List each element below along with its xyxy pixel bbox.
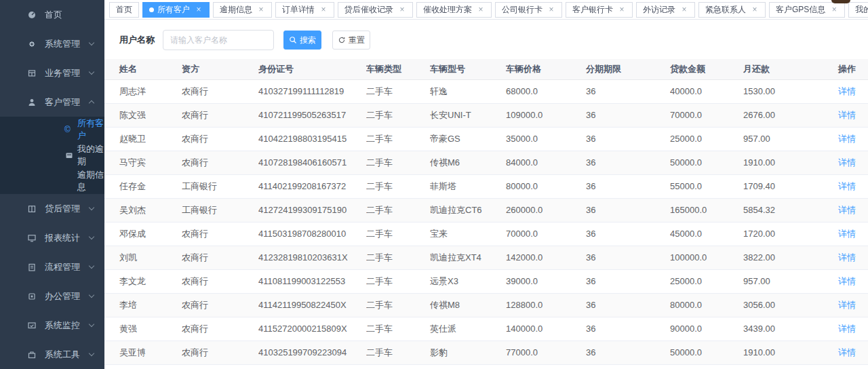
close-icon[interactable]: × [618, 5, 626, 14]
sidebar-item-3[interactable]: 客户管理 [0, 88, 104, 117]
tab-10[interactable]: 客户GPS信息× [769, 2, 845, 18]
tab-7[interactable]: 客户银行卡× [566, 2, 633, 18]
cell: 农商行 [182, 127, 258, 151]
cell: 25000.0 [670, 269, 743, 293]
close-icon[interactable]: × [547, 5, 555, 14]
cell: 260000.0 [506, 198, 586, 222]
cell: 41152720000215809X [258, 317, 366, 341]
cell: 411081199003122553 [258, 269, 366, 293]
table-row: 吴亚博农商行410325199709223094二手车影豹77000.03650… [104, 341, 868, 364]
tab-label: 贷后催收记录 [344, 4, 393, 16]
main-content: 用户名称 搜索 重置 姓名资方身份证号车辆类型车辆型号车辆价格分期期限贷款金额月… [104, 20, 868, 369]
sidebar-item-label: 首页 [45, 9, 62, 21]
cell: 100000.0 [670, 246, 743, 269]
detail-link[interactable]: 详情 [838, 134, 856, 144]
cell: 赵晓卫 [104, 127, 182, 151]
cell: 50000.0 [670, 151, 743, 174]
sidebar-item-2[interactable]: 业务管理 [0, 58, 104, 88]
avatar[interactable] [831, 0, 850, 3]
dashboard-icon [27, 10, 38, 20]
tab-4[interactable]: 贷后催收记录× [338, 2, 413, 18]
columns-icon [27, 204, 38, 214]
cell: 1720.00 [743, 222, 829, 246]
sidebar-item-7[interactable]: 办公管理 [0, 281, 104, 311]
cell: 142000.0 [506, 246, 586, 269]
tab-8[interactable]: 外访记录× [636, 2, 695, 18]
cell: 410327199111112819 [258, 79, 366, 103]
tab-label: 首页 [116, 4, 132, 16]
detail-link[interactable]: 详情 [838, 181, 856, 191]
cell: 宝来 [430, 222, 506, 246]
cell: 马守宾 [104, 151, 182, 174]
gear-icon [27, 39, 38, 49]
sidebar-item-1[interactable]: 系统管理 [0, 29, 104, 58]
close-icon[interactable]: × [319, 5, 328, 14]
sidebar-item-4[interactable]: 贷后管理 [0, 194, 104, 223]
detail-link[interactable]: 详情 [838, 205, 856, 215]
detail-link[interactable]: 详情 [838, 300, 856, 310]
cell: 农商行 [182, 317, 258, 341]
table-body: 周志洋农商行410327199111112819二手车轩逸68000.03640… [104, 79, 868, 369]
detail-link[interactable]: 详情 [838, 86, 856, 96]
cell: 远景X3 [430, 269, 506, 293]
close-icon[interactable]: × [398, 5, 406, 14]
search-button[interactable]: 搜索 [283, 31, 321, 50]
table-row: 陈文强农商行410721199505263517二手车长安UNI-T109000… [104, 103, 868, 127]
cell: 36 [586, 246, 670, 269]
cell: 农商行 [182, 151, 258, 174]
tab-6[interactable]: 公司银行卡× [495, 2, 562, 18]
tab-5[interactable]: 催收处理方案× [416, 2, 492, 18]
tab-2[interactable]: 逾期信息× [213, 2, 272, 18]
close-icon[interactable]: × [195, 5, 203, 14]
sidebar-item-5[interactable]: 报表统计 [0, 223, 104, 252]
detail-link[interactable]: 详情 [838, 324, 856, 334]
detail-link[interactable]: 详情 [838, 110, 856, 120]
close-icon[interactable]: × [680, 5, 688, 14]
tab-label: 我的待办 [855, 4, 868, 16]
detail-link[interactable]: 详情 [838, 229, 856, 239]
column-header-5: 车辆价格 [506, 59, 586, 79]
close-icon[interactable]: × [477, 5, 485, 14]
sidebar-subitem-3-1[interactable]: 我的逾期 [0, 142, 104, 168]
cell [670, 364, 743, 369]
detail-link[interactable]: 详情 [838, 276, 856, 286]
cell: 二手车 [366, 341, 430, 364]
tab-9[interactable]: 紧急联系人× [698, 2, 766, 18]
tab-11[interactable]: 我的待办× [848, 2, 868, 18]
sidebar-item-6[interactable]: 流程管理 [0, 252, 104, 281]
cell: 黄强 [104, 317, 182, 341]
tab-0[interactable]: 首页 [109, 2, 139, 18]
cell [506, 364, 586, 369]
tab-label: 所有客户 [157, 4, 190, 16]
detail-link[interactable]: 详情 [838, 252, 856, 263]
actions-cell: 详情 [829, 151, 868, 174]
detail-link[interactable]: 详情 [838, 157, 856, 168]
sidebar-item-label: 报表统计 [45, 232, 80, 244]
close-icon[interactable]: × [830, 5, 838, 14]
sidebar-item-label: 贷后管理 [45, 203, 80, 215]
cell: 140000.0 [506, 317, 586, 341]
tab-1[interactable]: 所有客户× [142, 2, 210, 18]
customer-name-input[interactable] [163, 30, 274, 50]
chevron-up-icon [89, 100, 94, 106]
sidebar-subitem-3-0[interactable]: ©所有客户 [0, 117, 104, 142]
cell: 二手车 [366, 127, 430, 151]
sidebar-item-0[interactable]: 首页 [0, 0, 104, 29]
sidebar-item-label: 办公管理 [45, 290, 80, 303]
close-icon[interactable]: × [257, 5, 265, 14]
sidebar-item-8[interactable]: 系统监控 [0, 311, 104, 340]
table-row: 周志洋农商行410327199111112819二手车轩逸68000.03640… [104, 79, 868, 103]
sidebar-subitem-3-2[interactable]: 逾期信息 [0, 168, 104, 194]
overdue-card-icon [64, 151, 74, 160]
cell: 农商行 [182, 269, 258, 293]
cell: 邓保成 [104, 222, 182, 246]
actions-cell: 详情 [829, 246, 868, 269]
actions-cell: 详情 [829, 222, 868, 246]
chevron-down-icon [89, 69, 94, 75]
close-icon[interactable]: × [751, 5, 759, 14]
sidebar-item-9[interactable]: 系统工具 [0, 340, 104, 369]
detail-link[interactable]: 详情 [838, 347, 856, 357]
tab-label: 逾期信息 [220, 4, 252, 16]
reset-button[interactable]: 重置 [332, 31, 370, 50]
tab-3[interactable]: 订单详情× [275, 2, 334, 18]
